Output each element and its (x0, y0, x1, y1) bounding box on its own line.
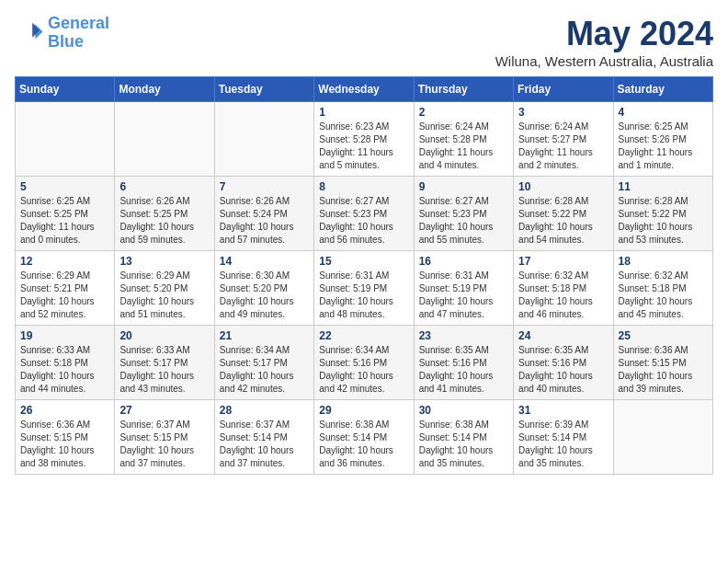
cell-details: Sunrise: 6:32 AMSunset: 5:18 PMDaylight:… (619, 270, 708, 321)
calendar-cell: 18Sunrise: 6:32 AMSunset: 5:18 PMDayligh… (613, 251, 712, 326)
weekday-header-cell: Wednesday (314, 77, 414, 102)
cell-details: Sunrise: 6:38 AMSunset: 5:14 PMDaylight:… (319, 419, 408, 470)
cell-details: Sunrise: 6:31 AMSunset: 5:19 PMDaylight:… (319, 270, 408, 321)
header: General Blue May 2024 Wiluna, Western Au… (15, 15, 713, 69)
calendar-week-row: 5Sunrise: 6:25 AMSunset: 5:25 PMDaylight… (16, 177, 713, 251)
day-number: 19 (20, 329, 109, 342)
day-number: 8 (319, 180, 408, 193)
cell-details: Sunrise: 6:38 AMSunset: 5:14 PMDaylight:… (419, 419, 508, 470)
day-number: 12 (20, 255, 109, 268)
cell-details: Sunrise: 6:27 AMSunset: 5:23 PMDaylight:… (419, 195, 508, 247)
day-number: 20 (119, 329, 209, 342)
cell-details: Sunrise: 6:28 AMSunset: 5:22 PMDaylight:… (619, 195, 708, 247)
title-area: May 2024 Wiluna, Western Australia, Aust… (495, 15, 713, 69)
weekday-header-row: SundayMondayTuesdayWednesdayThursdayFrid… (16, 77, 713, 102)
cell-details: Sunrise: 6:37 AMSunset: 5:15 PMDaylight:… (119, 419, 209, 470)
cell-details: Sunrise: 6:32 AMSunset: 5:18 PMDaylight:… (518, 270, 608, 321)
calendar-body: 1Sunrise: 6:23 AMSunset: 5:28 PMDaylight… (16, 102, 713, 475)
day-number: 23 (419, 329, 508, 342)
day-number: 29 (319, 404, 408, 417)
cell-details: Sunrise: 6:35 AMSunset: 5:16 PMDaylight:… (419, 344, 508, 396)
cell-details: Sunrise: 6:35 AMSunset: 5:16 PMDaylight:… (518, 344, 608, 396)
calendar-cell: 26Sunrise: 6:36 AMSunset: 5:15 PMDayligh… (16, 400, 115, 475)
day-number: 3 (518, 106, 608, 119)
cell-details: Sunrise: 6:26 AMSunset: 5:24 PMDaylight:… (220, 195, 309, 247)
cell-details: Sunrise: 6:37 AMSunset: 5:14 PMDaylight:… (220, 419, 309, 470)
calendar-cell: 2Sunrise: 6:24 AMSunset: 5:28 PMDaylight… (414, 102, 513, 177)
cell-details: Sunrise: 6:31 AMSunset: 5:19 PMDaylight:… (419, 270, 508, 321)
calendar-cell: 14Sunrise: 6:30 AMSunset: 5:20 PMDayligh… (214, 251, 313, 326)
weekday-header-cell: Sunday (16, 77, 115, 102)
day-number: 11 (619, 180, 708, 193)
month-title: May 2024 (495, 15, 713, 53)
cell-details: Sunrise: 6:33 AMSunset: 5:17 PMDaylight:… (119, 344, 209, 396)
day-number: 1 (319, 106, 408, 119)
calendar-table: SundayMondayTuesdayWednesdayThursdayFrid… (15, 76, 713, 475)
calendar-week-row: 12Sunrise: 6:29 AMSunset: 5:21 PMDayligh… (16, 251, 713, 326)
logo-line1: General (48, 14, 109, 32)
day-number: 17 (518, 255, 608, 268)
calendar-cell: 9Sunrise: 6:27 AMSunset: 5:23 PMDaylight… (414, 177, 513, 251)
calendar-cell: 25Sunrise: 6:36 AMSunset: 5:15 PMDayligh… (613, 326, 712, 400)
day-number: 10 (518, 180, 608, 193)
day-number: 9 (419, 180, 508, 193)
day-number: 15 (319, 255, 408, 268)
calendar-cell: 31Sunrise: 6:39 AMSunset: 5:14 PMDayligh… (514, 400, 613, 475)
day-number: 22 (319, 329, 408, 342)
calendar-cell: 15Sunrise: 6:31 AMSunset: 5:19 PMDayligh… (314, 251, 414, 326)
calendar-cell: 22Sunrise: 6:34 AMSunset: 5:16 PMDayligh… (314, 326, 414, 400)
cell-details: Sunrise: 6:29 AMSunset: 5:21 PMDaylight:… (20, 270, 109, 321)
day-number: 28 (220, 404, 309, 417)
calendar-week-row: 19Sunrise: 6:33 AMSunset: 5:18 PMDayligh… (16, 326, 713, 400)
cell-details: Sunrise: 6:33 AMSunset: 5:18 PMDaylight:… (20, 344, 109, 396)
cell-details: Sunrise: 6:36 AMSunset: 5:15 PMDaylight:… (619, 344, 708, 396)
cell-details: Sunrise: 6:34 AMSunset: 5:17 PMDaylight:… (220, 344, 309, 396)
cell-details: Sunrise: 6:26 AMSunset: 5:25 PMDaylight:… (119, 195, 209, 247)
logo-icon (15, 18, 44, 48)
calendar-cell: 10Sunrise: 6:28 AMSunset: 5:22 PMDayligh… (514, 177, 613, 251)
calendar-cell: 16Sunrise: 6:31 AMSunset: 5:19 PMDayligh… (414, 251, 513, 326)
cell-details: Sunrise: 6:39 AMSunset: 5:14 PMDaylight:… (518, 419, 608, 470)
calendar-cell: 4Sunrise: 6:25 AMSunset: 5:26 PMDaylight… (613, 102, 712, 177)
calendar-cell: 30Sunrise: 6:38 AMSunset: 5:14 PMDayligh… (414, 400, 513, 475)
calendar-cell: 21Sunrise: 6:34 AMSunset: 5:17 PMDayligh… (214, 326, 313, 400)
calendar-cell: 12Sunrise: 6:29 AMSunset: 5:21 PMDayligh… (16, 251, 115, 326)
day-number: 6 (119, 180, 209, 193)
calendar-cell (613, 400, 712, 475)
calendar-cell (16, 102, 115, 177)
calendar-cell: 13Sunrise: 6:29 AMSunset: 5:20 PMDayligh… (115, 251, 214, 326)
calendar-cell: 27Sunrise: 6:37 AMSunset: 5:15 PMDayligh… (115, 400, 214, 475)
day-number: 16 (419, 255, 508, 268)
day-number: 27 (119, 404, 209, 417)
cell-details: Sunrise: 6:28 AMSunset: 5:22 PMDaylight:… (518, 195, 608, 247)
cell-details: Sunrise: 6:23 AMSunset: 5:28 PMDaylight:… (319, 121, 408, 172)
day-number: 5 (20, 180, 109, 193)
calendar-cell: 28Sunrise: 6:37 AMSunset: 5:14 PMDayligh… (214, 400, 313, 475)
calendar-cell: 3Sunrise: 6:24 AMSunset: 5:27 PMDaylight… (514, 102, 613, 177)
logo: General Blue (15, 15, 109, 52)
calendar-cell: 24Sunrise: 6:35 AMSunset: 5:16 PMDayligh… (514, 326, 613, 400)
calendar-cell: 17Sunrise: 6:32 AMSunset: 5:18 PMDayligh… (514, 251, 613, 326)
calendar-week-row: 26Sunrise: 6:36 AMSunset: 5:15 PMDayligh… (16, 400, 713, 475)
calendar-cell: 5Sunrise: 6:25 AMSunset: 5:25 PMDaylight… (16, 177, 115, 251)
calendar-cell: 8Sunrise: 6:27 AMSunset: 5:23 PMDaylight… (314, 177, 414, 251)
calendar-cell: 23Sunrise: 6:35 AMSunset: 5:16 PMDayligh… (414, 326, 513, 400)
day-number: 21 (220, 329, 309, 342)
cell-details: Sunrise: 6:25 AMSunset: 5:26 PMDaylight:… (619, 121, 708, 172)
logo-text: General Blue (48, 15, 109, 52)
cell-details: Sunrise: 6:24 AMSunset: 5:27 PMDaylight:… (518, 121, 608, 172)
day-number: 30 (419, 404, 508, 417)
day-number: 18 (619, 255, 708, 268)
calendar-cell: 29Sunrise: 6:38 AMSunset: 5:14 PMDayligh… (314, 400, 414, 475)
cell-details: Sunrise: 6:27 AMSunset: 5:23 PMDaylight:… (319, 195, 408, 247)
calendar-week-row: 1Sunrise: 6:23 AMSunset: 5:28 PMDaylight… (16, 102, 713, 177)
cell-details: Sunrise: 6:25 AMSunset: 5:25 PMDaylight:… (20, 195, 109, 247)
day-number: 4 (619, 106, 708, 119)
logo-line2: Blue (48, 32, 84, 51)
day-number: 14 (220, 255, 309, 268)
cell-details: Sunrise: 6:36 AMSunset: 5:15 PMDaylight:… (20, 419, 109, 470)
weekday-header-cell: Tuesday (214, 77, 313, 102)
weekday-header-cell: Saturday (613, 77, 712, 102)
cell-details: Sunrise: 6:29 AMSunset: 5:20 PMDaylight:… (119, 270, 209, 321)
location-title: Wiluna, Western Australia, Australia (495, 53, 713, 69)
